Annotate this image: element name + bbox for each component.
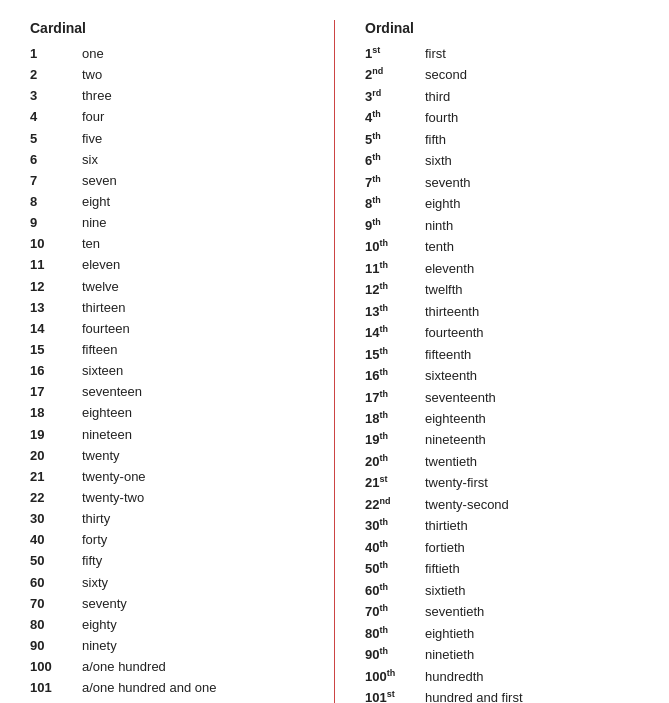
cardinal-word: eleven <box>82 255 304 275</box>
ordinal-suffix: st <box>387 689 395 699</box>
ordinal-suffix: th <box>387 668 396 678</box>
table-row: 18eighteen <box>30 403 304 423</box>
ordinal-number: 12th <box>365 280 425 300</box>
ordinal-word: first <box>425 44 639 64</box>
ordinal-word: sixth <box>425 151 639 171</box>
table-row: 10thtenth <box>365 237 639 257</box>
table-row: 13ththirteenth <box>365 302 639 322</box>
table-row: 21twenty-one <box>30 467 304 487</box>
ordinal-suffix: th <box>379 303 388 313</box>
ordinal-suffix: th <box>372 131 381 141</box>
ordinal-word: fifteenth <box>425 345 639 365</box>
table-row: 2two <box>30 65 304 85</box>
ordinal-word: eleventh <box>425 259 639 279</box>
cardinal-number: 13 <box>30 298 82 318</box>
cardinal-number: 2 <box>30 65 82 85</box>
cardinal-word: six <box>82 150 304 170</box>
table-row: 90thninetieth <box>365 645 639 665</box>
cardinal-number: 30 <box>30 509 82 529</box>
table-row: 30thirty <box>30 509 304 529</box>
cardinal-column: Cardinal 1one2two3three4four5five6six7se… <box>10 20 324 703</box>
ordinal-word: twentieth <box>425 452 639 472</box>
table-row: 8theighth <box>365 194 639 214</box>
table-row: 200two hundred <box>30 699 304 703</box>
cardinal-number: 21 <box>30 467 82 487</box>
cardinal-word: eighty <box>82 615 304 635</box>
table-row: 100thhundredth <box>365 667 639 687</box>
cardinal-word: four <box>82 107 304 127</box>
ordinal-word: hundred and first <box>425 688 639 703</box>
ordinal-word: twenty-second <box>425 495 639 515</box>
cardinal-header: Cardinal <box>30 20 304 36</box>
ordinal-word: seventeenth <box>425 388 639 408</box>
table-row: 70thseventieth <box>365 602 639 622</box>
table-row: 15fifteen <box>30 340 304 360</box>
cardinal-word: seventeen <box>82 382 304 402</box>
ordinal-number: 70th <box>365 602 425 622</box>
cardinal-word: one <box>82 44 304 64</box>
cardinal-number: 20 <box>30 446 82 466</box>
ordinal-suffix: th <box>379 453 388 463</box>
table-row: 16sixteen <box>30 361 304 381</box>
ordinal-suffix: th <box>379 582 388 592</box>
ordinal-word: seventieth <box>425 602 639 622</box>
table-row: 40forty <box>30 530 304 550</box>
cardinal-number: 16 <box>30 361 82 381</box>
ordinal-header: Ordinal <box>365 20 639 36</box>
ordinal-word: sixtieth <box>425 581 639 601</box>
table-row: 60thsixtieth <box>365 581 639 601</box>
cardinal-word: fifty <box>82 551 304 571</box>
ordinal-number: 20th <box>365 452 425 472</box>
table-row: 18theighteenth <box>365 409 639 429</box>
table-row: 12twelve <box>30 277 304 297</box>
cardinal-word: eighteen <box>82 403 304 423</box>
ordinal-number: 50th <box>365 559 425 579</box>
table-row: 8eight <box>30 192 304 212</box>
cardinal-word: fourteen <box>82 319 304 339</box>
cardinal-word: nineteen <box>82 425 304 445</box>
ordinal-number: 10th <box>365 237 425 257</box>
table-row: 20thtwentieth <box>365 452 639 472</box>
table-row: 22ndtwenty-second <box>365 495 639 515</box>
ordinal-suffix: th <box>379 324 388 334</box>
cardinal-number: 80 <box>30 615 82 635</box>
ordinal-word: nineteenth <box>425 430 639 450</box>
cardinal-word: two hundred <box>82 699 304 703</box>
ordinal-number: 8th <box>365 194 425 214</box>
ordinal-suffix: th <box>379 517 388 527</box>
table-row: 60sixty <box>30 573 304 593</box>
cardinal-word: fifteen <box>82 340 304 360</box>
ordinal-word: fourth <box>425 108 639 128</box>
table-row: 101sthundred and first <box>365 688 639 703</box>
table-row: 4four <box>30 107 304 127</box>
ordinal-suffix: th <box>379 346 388 356</box>
cardinal-number: 200 <box>30 699 82 703</box>
ordinal-suffix: nd <box>372 66 383 76</box>
cardinal-number: 12 <box>30 277 82 297</box>
cardinal-word: a/one hundred <box>82 657 304 677</box>
cardinal-number: 8 <box>30 192 82 212</box>
cardinal-number: 11 <box>30 255 82 275</box>
cardinal-word: nine <box>82 213 304 233</box>
ordinal-number: 100th <box>365 667 425 687</box>
ordinal-word: fourteenth <box>425 323 639 343</box>
table-row: 90ninety <box>30 636 304 656</box>
ordinal-word: sixteenth <box>425 366 639 386</box>
table-row: 19thnineteenth <box>365 430 639 450</box>
ordinal-suffix: th <box>372 174 381 184</box>
ordinal-suffix: th <box>379 410 388 420</box>
ordinal-number: 18th <box>365 409 425 429</box>
cardinal-number: 22 <box>30 488 82 508</box>
ordinal-number: 4th <box>365 108 425 128</box>
ordinal-number: 17th <box>365 388 425 408</box>
ordinal-number: 40th <box>365 538 425 558</box>
ordinal-word: fifth <box>425 130 639 150</box>
table-row: 12thtwelfth <box>365 280 639 300</box>
table-row: 13thirteen <box>30 298 304 318</box>
table-row: 4thfourth <box>365 108 639 128</box>
table-row: 30ththirtieth <box>365 516 639 536</box>
cardinal-number: 40 <box>30 530 82 550</box>
ordinal-word: thirteenth <box>425 302 639 322</box>
table-row: 3three <box>30 86 304 106</box>
ordinal-word: eighth <box>425 194 639 214</box>
